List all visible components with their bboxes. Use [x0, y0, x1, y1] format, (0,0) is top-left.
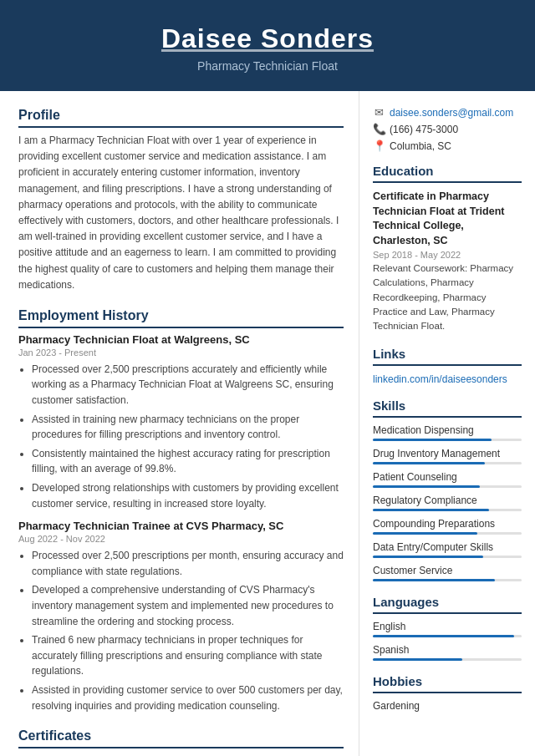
languages-title: Languages [373, 595, 522, 614]
bullet: Processed over 2,500 prescriptions per m… [32, 548, 344, 579]
job-bullets-2: Processed over 2,500 prescriptions per m… [18, 548, 344, 713]
language-item: Spanish [373, 644, 522, 661]
link-item: linkedin.com/in/daiseesonders [373, 373, 522, 385]
languages-section: Languages English Spanish [373, 595, 522, 661]
skills-section: Skills Medication Dispensing Drug Invent… [373, 398, 522, 581]
job-bullets-1: Processed over 2,500 prescriptions accur… [18, 362, 344, 511]
skill-item: Customer Service [373, 565, 522, 581]
bullet: Assisted in providing customer service t… [32, 682, 344, 713]
skill-item: Medication Dispensing [373, 424, 522, 441]
profile-section: Profile I am a Pharmacy Technician Float… [18, 108, 344, 293]
contact-location: 📍 Columbia, SC [373, 140, 522, 152]
job-item: Pharmacy Technician Float at Walgreens, … [18, 333, 344, 511]
skill-bar-fill [373, 556, 483, 558]
email-icon: ✉ [373, 106, 385, 119]
contact-phone: 📞 (166) 475-3000 [373, 123, 522, 135]
skill-bar-fill [373, 532, 477, 535]
location-text: Columbia, SC [390, 140, 451, 152]
skill-bar-bg [373, 579, 522, 581]
linkedin-link[interactable]: linkedin.com/in/daiseesonders [373, 373, 507, 385]
skill-name: Compounding Preparations [373, 518, 522, 530]
skill-name: Drug Inventory Management [373, 448, 522, 459]
edu-item: Certificate in Pharmacy Technician Float… [373, 190, 522, 333]
skill-bar-fill [373, 462, 485, 464]
links-title: Links [373, 347, 522, 366]
contact-email: ✉ daisee.sonders@gmail.com [373, 106, 522, 119]
bullet: Processed over 2,500 prescriptions accur… [32, 362, 344, 408]
skill-name: Data Entry/Computer Skills [373, 541, 522, 553]
bullet: Consistently maintained the highest accu… [32, 446, 344, 477]
hobby-item: Gardening [373, 700, 522, 712]
skill-name: Regulatory Compliance [373, 495, 522, 506]
left-column: Profile I am a Pharmacy Technician Float… [0, 91, 359, 756]
job-title-1: Pharmacy Technician Float at Walgreens, … [18, 333, 344, 346]
skill-item: Regulatory Compliance [373, 495, 522, 511]
language-bar-fill [373, 658, 462, 661]
skill-item: Data Entry/Computer Skills [373, 541, 522, 558]
certificates-title: Certificates [18, 728, 344, 748]
phone-icon: 📞 [373, 123, 385, 135]
skill-name: Customer Service [373, 565, 522, 576]
candidate-name: Daisee Sonders [17, 23, 518, 54]
header: Daisee Sonders Pharmacy Technician Float [0, 0, 535, 91]
language-bar-fill [373, 635, 514, 637]
links-section: Links linkedin.com/in/daiseesonders [373, 347, 522, 385]
right-column: ✉ daisee.sonders@gmail.com 📞 (166) 475-3… [359, 91, 535, 742]
language-name: English [373, 621, 522, 632]
bullet: Trained 6 new pharmacy technicians in pr… [32, 632, 344, 679]
hobbies-section: Hobbies Gardening [373, 674, 522, 712]
email-link[interactable]: daisee.sonders@gmail.com [390, 107, 513, 119]
phone-text: (166) 475-3000 [390, 124, 458, 135]
skills-title: Skills [373, 398, 522, 418]
skill-item: Compounding Preparations [373, 518, 522, 535]
language-item: English [373, 621, 522, 637]
language-name: Spanish [373, 644, 522, 656]
skill-name: Medication Dispensing [373, 424, 522, 436]
skill-bar-fill [373, 509, 489, 511]
bullet: Assisted in training new pharmacy techni… [32, 412, 344, 443]
job-title-2: Pharmacy Technician Trainee at CVS Pharm… [18, 520, 344, 532]
edu-date: Sep 2018 - May 2022 [373, 250, 522, 260]
skill-bar-bg [373, 485, 522, 488]
skill-bar-fill [373, 485, 480, 488]
skill-bar-bg [373, 556, 522, 558]
job-item: Pharmacy Technician Trainee at CVS Pharm… [18, 520, 344, 713]
employment-title: Employment History [18, 308, 344, 328]
hobbies-title: Hobbies [373, 674, 522, 693]
education-section: Education Certificate in Pharmacy Techni… [373, 164, 522, 333]
bullet: Developed strong relationships with cust… [32, 480, 344, 511]
skill-bar-fill [373, 439, 492, 441]
skill-item: Patient Counseling [373, 471, 522, 488]
skill-bar-bg [373, 462, 522, 464]
profile-text: I am a Pharmacy Technician Float with ov… [18, 133, 344, 293]
skill-bar-bg [373, 439, 522, 441]
edu-name: Certificate in Pharmacy Technician Float… [373, 190, 522, 248]
bullet: Developed a comprehensive understanding … [32, 582, 344, 629]
skill-bar-bg [373, 509, 522, 511]
skill-item: Drug Inventory Management [373, 448, 522, 464]
job-date-2: Aug 2022 - Nov 2022 [18, 534, 344, 544]
skill-name: Patient Counseling [373, 471, 522, 483]
skill-bar-bg [373, 532, 522, 535]
location-icon: 📍 [373, 140, 385, 152]
skills-list: Medication Dispensing Drug Inventory Man… [373, 424, 522, 581]
skill-bar-fill [373, 579, 495, 581]
main-layout: Profile I am a Pharmacy Technician Float… [0, 91, 535, 756]
job-date-1: Jan 2023 - Present [18, 348, 344, 358]
certificates-section: Certificates Certified Pharmacy Technici… [18, 728, 344, 756]
language-bar-bg [373, 658, 522, 661]
hobbies-list: Gardening [373, 700, 522, 712]
language-bar-bg [373, 635, 522, 637]
candidate-title: Pharmacy Technician Float [17, 59, 518, 73]
edu-coursework: Relevant Coursework: Pharmacy Calculatio… [373, 261, 522, 333]
contact-section: ✉ daisee.sonders@gmail.com 📞 (166) 475-3… [373, 106, 522, 152]
employment-section: Employment History Pharmacy Technician F… [18, 308, 344, 713]
languages-list: English Spanish [373, 621, 522, 661]
profile-title: Profile [18, 108, 344, 128]
education-title: Education [373, 164, 522, 183]
